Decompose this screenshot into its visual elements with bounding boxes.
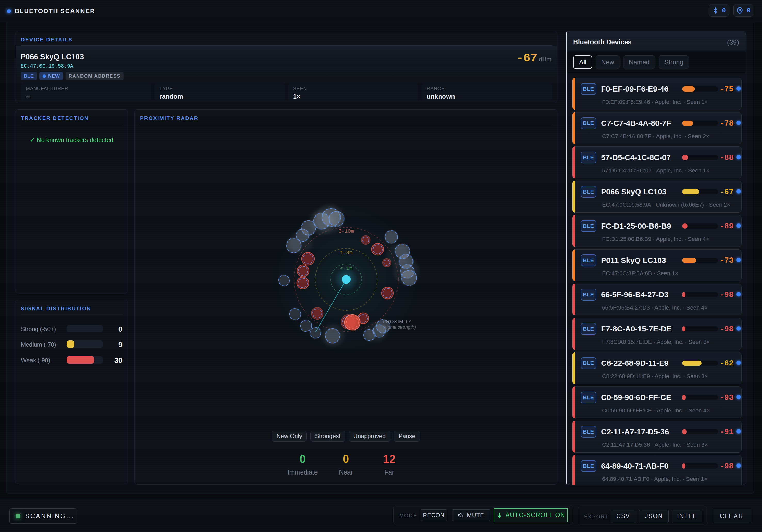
svg-text:1–3m: 1–3m: [340, 250, 352, 256]
svg-text:3–10m: 3–10m: [339, 229, 354, 234]
svg-text:PROXIMITY: PROXIMITY: [383, 319, 412, 324]
svg-text:(signal strength): (signal strength): [383, 324, 416, 330]
